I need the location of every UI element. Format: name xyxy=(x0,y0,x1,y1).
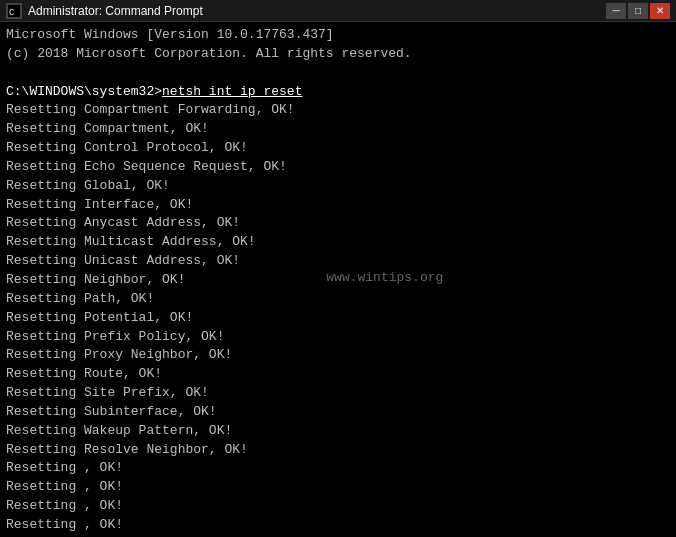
console-line: Resetting Subinterface, OK! xyxy=(6,403,670,422)
console-line: Resetting Path, OK! xyxy=(6,290,670,309)
console-line: Resetting Anycast Address, OK! xyxy=(6,214,670,233)
console-line: Resetting , OK! xyxy=(6,497,670,516)
console-line: Resetting Compartment, OK! xyxy=(6,120,670,139)
console-line: Resetting , OK! xyxy=(6,459,670,478)
console-line: (c) 2018 Microsoft Corporation. All righ… xyxy=(6,45,670,64)
console-line: Resetting Proxy Neighbor, OK! xyxy=(6,346,670,365)
title-bar: C Administrator: Command Prompt ─ □ ✕ xyxy=(0,0,676,22)
console-line: Resetting Unicast Address, OK! xyxy=(6,252,670,271)
console-line: Resetting Global, OK! xyxy=(6,177,670,196)
cmd-icon: C xyxy=(6,3,22,19)
console-line: Resetting Compartment Forwarding, OK! xyxy=(6,101,670,120)
console-line: Resetting Control Protocol, OK! xyxy=(6,139,670,158)
console-line: Microsoft Windows [Version 10.0.17763.43… xyxy=(6,26,670,45)
minimize-button[interactable]: ─ xyxy=(606,3,626,19)
console-line: Resetting Potential, OK! xyxy=(6,309,670,328)
console-line: Resetting Site Prefix, OK! xyxy=(6,384,670,403)
console-line: Resetting Multicast Address, OK! xyxy=(6,233,670,252)
console-line: Resetting , OK! xyxy=(6,516,670,535)
window-controls: ─ □ ✕ xyxy=(606,3,670,19)
console-window: www.wintips.org Microsoft Windows [Versi… xyxy=(0,22,676,537)
close-button[interactable]: ✕ xyxy=(650,3,670,19)
console-line: Resetting Route, OK! xyxy=(6,365,670,384)
console-line: Resetting Wakeup Pattern, OK! xyxy=(6,422,670,441)
console-line xyxy=(6,64,670,83)
console-output: Microsoft Windows [Version 10.0.17763.43… xyxy=(6,26,670,537)
console-line: Resetting , OK! xyxy=(6,478,670,497)
console-line: Resetting Echo Sequence Request, OK! xyxy=(6,158,670,177)
console-line: Resetting Neighbor, OK! xyxy=(6,271,670,290)
console-line: Resetting Interface, OK! xyxy=(6,196,670,215)
console-line: Resetting Prefix Policy, OK! xyxy=(6,328,670,347)
maximize-button[interactable]: □ xyxy=(628,3,648,19)
command-text: netsh int ip reset xyxy=(162,84,302,99)
console-line: C:\WINDOWS\system32>netsh int ip reset xyxy=(6,83,670,102)
console-line: Resetting Resolve Neighbor, OK! xyxy=(6,441,670,460)
svg-text:C: C xyxy=(9,8,15,17)
window-title: Administrator: Command Prompt xyxy=(28,4,600,18)
